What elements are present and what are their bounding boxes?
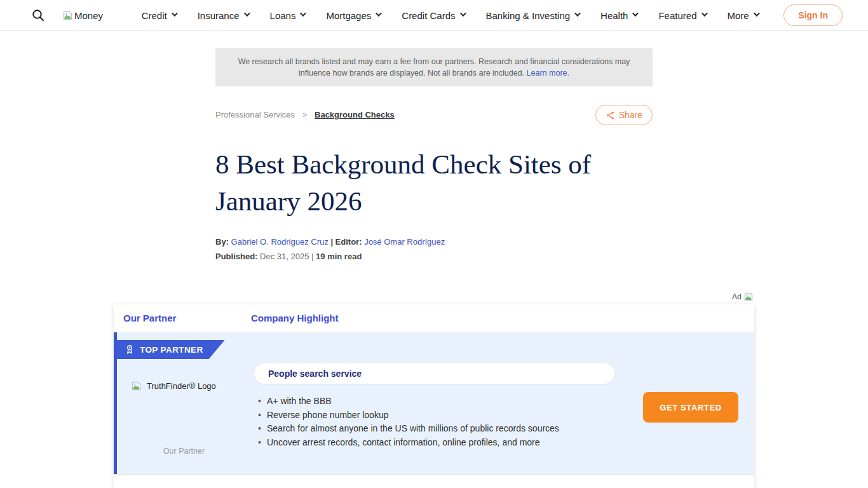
author-link[interactable]: Gabriel O. Rodriguez Cruz xyxy=(231,237,329,247)
published-date: Dec 31, 2025 xyxy=(260,252,309,261)
breadcrumb-section[interactable]: Professional Services xyxy=(215,110,295,119)
learn-more-link[interactable]: Learn more. xyxy=(527,69,569,78)
chevron-down-icon xyxy=(300,10,306,17)
search-icon[interactable] xyxy=(31,8,46,23)
partner-disclaimer: We research all brands listed and may ea… xyxy=(215,48,653,86)
chevron-down-icon xyxy=(459,10,466,17)
highlight-bullet: Search for almost anyone in the US with … xyxy=(255,422,559,436)
page-title: 8 Best Background Check Sites of January… xyxy=(215,146,660,220)
share-icon xyxy=(606,111,615,120)
next-partner-row-partial xyxy=(114,474,754,488)
share-button-label: Share xyxy=(619,110,642,120)
published-label: Published: xyxy=(215,252,257,261)
broken-image-icon xyxy=(62,10,73,21)
nav-item-banking-investing[interactable]: Banking & Investing xyxy=(486,10,580,21)
company-highlight-cell: People search service A+ with the BBB Re… xyxy=(251,332,754,474)
disclaimer-text: We research all brands listed and may ea… xyxy=(238,57,630,78)
ad-label: Ad xyxy=(732,292,754,302)
sign-in-button[interactable]: Sign In xyxy=(783,4,843,26)
chevron-down-icon xyxy=(574,10,581,17)
partner-card-header: Our Partner Company Highlight xyxy=(114,304,754,332)
app-header: Money Credit Insurance Loans Mortgages C… xyxy=(0,0,868,31)
breadcrumb: Professional Services > Background Check… xyxy=(215,110,395,119)
highlight-bullet: Uncover arrest records, contact informat… xyxy=(255,436,559,450)
breadcrumb-current[interactable]: Background Checks xyxy=(315,110,395,119)
top-partner-row: TOP PARTNER TruthFinder® Logo Our Partne… xyxy=(114,332,754,474)
editor-link[interactable]: José Omar Rodríguez xyxy=(364,237,445,247)
nav-item-mortgages[interactable]: Mortgages xyxy=(326,10,380,21)
by-label: By: xyxy=(215,237,229,247)
nav-item-loans[interactable]: Loans xyxy=(270,10,305,21)
share-button[interactable]: Share xyxy=(595,105,653,125)
editor-label: | Editor: xyxy=(330,237,362,247)
partner-logo[interactable]: TruthFinder® Logo xyxy=(131,381,216,391)
company-highlight-column-header: Company Highlight xyxy=(251,313,339,323)
partner-logo-alt-text: TruthFinder® Logo xyxy=(147,381,216,391)
nav-item-featured[interactable]: Featured xyxy=(658,10,705,21)
published-line: Published: Dec 31, 2025 | 19 min read xyxy=(215,252,362,261)
read-time-separator: | xyxy=(311,252,313,261)
chevron-down-icon xyxy=(632,10,639,17)
partner-comparison-card: Our Partner Company Highlight TOP PARTNE… xyxy=(114,304,754,488)
highlight-bullet-list: A+ with the BBB Reverse phone number loo… xyxy=(255,395,559,449)
nav-item-credit-cards[interactable]: Credit Cards xyxy=(402,10,464,21)
breadcrumb-row: Professional Services > Background Check… xyxy=(215,105,653,125)
highlight-bullet: Reverse phone number lookup xyxy=(255,409,559,423)
ad-label-text: Ad xyxy=(732,292,742,301)
nav-item-health[interactable]: Health xyxy=(600,10,637,21)
get-started-button[interactable]: GET STARTED xyxy=(643,392,738,423)
nav-item-insurance[interactable]: Insurance xyxy=(198,10,248,21)
chevron-down-icon xyxy=(754,10,760,17)
site-logo[interactable]: Money xyxy=(62,10,103,21)
chevron-down-icon xyxy=(701,10,707,17)
chevron-down-icon xyxy=(244,10,250,17)
chevron-down-icon xyxy=(376,10,382,17)
main-nav: Credit Insurance Loans Mortgages Credit … xyxy=(122,10,777,21)
nav-item-credit[interactable]: Credit xyxy=(142,10,176,21)
read-time: 19 min read xyxy=(316,252,362,261)
our-partner-caption: Our Partner xyxy=(117,447,251,456)
breadcrumb-separator: > xyxy=(302,111,307,119)
site-logo-alt-text: Money xyxy=(74,10,103,21)
broken-image-icon xyxy=(743,292,754,302)
byline: By: Gabriel O. Rodriguez Cruz | Editor: … xyxy=(215,237,445,247)
partner-logo-cell: TruthFinder® Logo Our Partner xyxy=(117,332,251,474)
highlight-category-pill: People search service xyxy=(254,363,614,384)
header-left: Money xyxy=(31,8,103,23)
highlight-bullet: A+ with the BBB xyxy=(255,395,559,409)
nav-item-more[interactable]: More xyxy=(728,10,758,21)
broken-image-icon xyxy=(131,381,142,391)
our-partner-column-header: Our Partner xyxy=(123,313,251,323)
chevron-down-icon xyxy=(172,10,178,17)
